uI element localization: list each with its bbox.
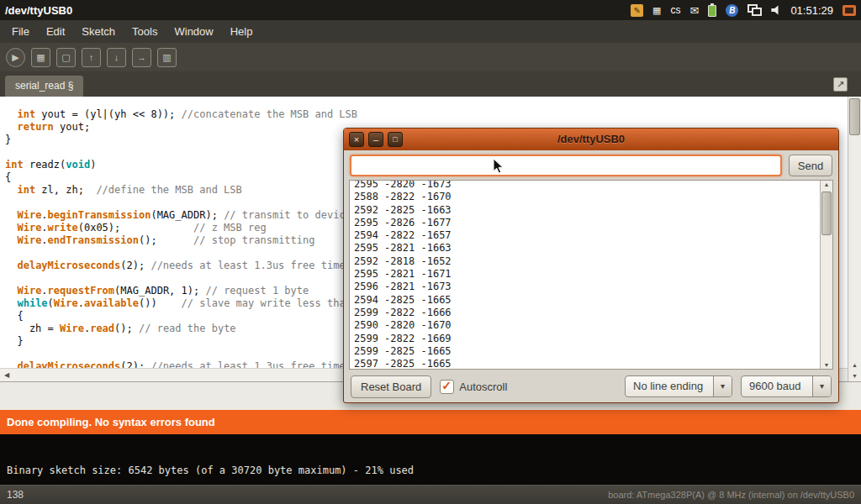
tab-menu-button[interactable]: ↗ <box>833 77 848 92</box>
session-screen <box>845 8 853 13</box>
mail-icon[interactable]: ✉ <box>689 4 699 17</box>
console-output: Binary sketch size: 6542 bytes (of a 307… <box>0 434 861 485</box>
serial-input[interactable] <box>350 155 782 176</box>
verify-button[interactable]: ▶ <box>6 48 25 67</box>
console-text: Binary sketch size: 6542 bytes (of a 307… <box>7 465 861 476</box>
menu-item-window[interactable]: Window <box>166 20 221 43</box>
serial-scroll-down-button[interactable]: ▼ <box>821 362 832 368</box>
toolbar: ▶▦▢↑↓→▥ <box>0 43 861 71</box>
serial-monitor-window: × – □ /dev/ttyUSB0 Send 2595 -2820 -1673… <box>343 128 839 403</box>
serial-monitor-titlebar[interactable]: × – □ /dev/ttyUSB0 <box>344 129 838 150</box>
network-monitor-b <box>752 8 762 16</box>
tab-serial-read[interactable]: serial_read § <box>5 76 83 97</box>
system-bar: /dev/ttyUSB0 ✎ ▦ cs ✉ B 01:51:29 <box>0 0 861 20</box>
serial-line: 2588 -2822 -1670 <box>354 191 828 203</box>
menu-bar: FileEditSketchToolsWindowHelp <box>0 20 861 43</box>
baud-rate-value: 9600 baud <box>742 376 812 396</box>
serial-line: 2599 -2822 -1666 <box>354 307 828 319</box>
serial-line: 2595 -2826 -1677 <box>354 217 828 229</box>
menu-item-tools[interactable]: Tools <box>124 20 166 43</box>
footer-status-bar: 138 board: ATmega328P(A) @ 8 MHz (intern… <box>0 485 861 504</box>
chevron-down-icon[interactable]: ▾ <box>713 376 732 396</box>
menu-item-file[interactable]: File <box>3 20 38 43</box>
battery-icon[interactable] <box>708 3 716 17</box>
serial-line: 2596 -2821 -1673 <box>354 281 828 293</box>
bluetooth-icon[interactable]: B <box>726 4 738 17</box>
serial-line: 2595 -2821 -1671 <box>354 268 828 281</box>
upload-button[interactable]: → <box>132 48 151 67</box>
new-sketch-button[interactable]: ▢ <box>56 48 76 67</box>
stop-button[interactable]: ▦ <box>31 48 50 67</box>
mouse-cursor <box>493 158 504 175</box>
autoscroll-checkbox[interactable]: ✓ <box>440 380 454 394</box>
serial-input-row: Send <box>344 150 838 181</box>
serial-line: 2592 -2818 -1652 <box>354 255 828 268</box>
serial-output[interactable]: 2595 -2820 -16732588 -2822 -16702592 -28… <box>349 180 833 370</box>
reset-board-button[interactable]: Reset Board <box>351 375 431 398</box>
save-sketch-button[interactable]: ↓ <box>107 48 126 67</box>
serial-scrollbar-thumb[interactable] <box>821 192 832 235</box>
serial-line: 2595 -2821 -1663 <box>354 242 828 255</box>
editor-scrollbar-thumb[interactable] <box>849 98 860 135</box>
baud-rate-dropdown[interactable]: 9600 baud ▾ <box>741 375 832 397</box>
serial-line: 2594 -2822 -1657 <box>354 229 828 242</box>
serial-line: 2595 -2820 -1673 <box>354 180 828 191</box>
maximize-button[interactable]: □ <box>388 132 403 147</box>
open-sketch-button[interactable]: ↑ <box>82 48 101 67</box>
tab-bar: serial_read § ↗ <box>0 71 861 97</box>
serial-line: 2597 -2825 -1665 <box>354 358 828 370</box>
serial-line: 2599 -2822 -1669 <box>354 333 828 345</box>
status-message: Done compiling. No syntax errors found <box>7 416 215 428</box>
notes-icon[interactable]: ✎ <box>631 4 643 17</box>
menu-item-edit[interactable]: Edit <box>38 20 73 43</box>
serial-scroll-up-button[interactable]: ▲ <box>821 181 832 187</box>
send-button[interactable]: Send <box>789 155 832 176</box>
chevron-down-icon[interactable]: ▾ <box>812 376 831 396</box>
menu-item-sketch[interactable]: Sketch <box>73 20 124 43</box>
board-info: board: ATmega328P(A) @ 8 MHz (internal) … <box>608 490 854 500</box>
minimize-button[interactable]: – <box>368 132 383 147</box>
scroll-up-button[interactable]: ▲ <box>848 362 861 368</box>
scroll-left-button[interactable]: ◀ <box>0 371 13 379</box>
keyboard-icon[interactable]: ▦ <box>652 5 661 16</box>
code-line: int yout = (yl|(yh << 8)); //concatenate… <box>5 108 848 121</box>
line-ending-dropdown[interactable]: No line ending ▾ <box>625 375 732 397</box>
volume-icon[interactable] <box>771 5 781 15</box>
network-icon[interactable] <box>747 4 762 16</box>
serial-monitor-button[interactable]: ▥ <box>157 48 177 67</box>
clock[interactable]: 01:51:29 <box>790 4 833 17</box>
serial-line: 2590 -2820 -1670 <box>354 319 828 332</box>
checkmark-icon: ✓ <box>441 379 452 392</box>
keyboard-layout-indicator[interactable]: cs <box>670 4 680 16</box>
serial-monitor-controls: Reset Board ✓ Autoscroll No line ending … <box>344 370 838 402</box>
scroll-down-button[interactable]: ▼ <box>848 373 861 379</box>
autoscroll-label: Autoscroll <box>459 381 507 393</box>
serial-line: 2599 -2825 -1665 <box>354 345 828 358</box>
compile-status-bar: Done compiling. No syntax errors found <box>0 410 861 434</box>
battery-body <box>708 5 716 17</box>
menu-item-help[interactable]: Help <box>222 20 261 43</box>
session-icon[interactable] <box>843 5 856 16</box>
line-number-indicator: 138 <box>7 489 24 501</box>
desktop: /dev/ttyUSB0 ✎ ▦ cs ✉ B 01:51:29 FileEdi… <box>0 0 861 504</box>
serial-line: 2594 -2825 -1665 <box>354 294 828 307</box>
serial-lines: 2595 -2820 -16732588 -2822 -16702592 -28… <box>350 180 832 370</box>
vertical-scrollbar[interactable]: ▲ ▼ <box>848 97 861 381</box>
serial-monitor-title: /dev/ttyUSB0 <box>557 133 625 145</box>
active-window-title: /dev/ttyUSB0 <box>5 4 72 17</box>
close-button[interactable]: × <box>349 132 364 147</box>
serial-scrollbar[interactable]: ▲ ▼ <box>820 181 832 369</box>
system-tray: ✎ ▦ cs ✉ B 01:51:29 <box>631 3 856 17</box>
serial-line: 2592 -2825 -1663 <box>354 204 828 217</box>
line-ending-value: No line ending <box>626 376 713 396</box>
